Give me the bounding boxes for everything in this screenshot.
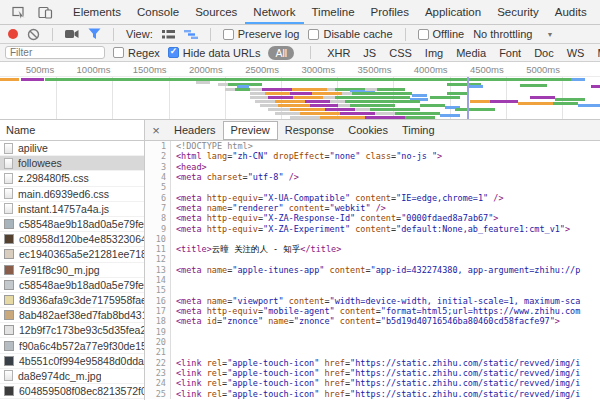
hide-data-urls-checkbox[interactable]: Hide data URLs — [168, 47, 261, 59]
filter-type-ws[interactable]: WS — [567, 47, 585, 59]
line-number: 3 — [145, 162, 171, 172]
regex-checkbox-box[interactable] — [113, 47, 124, 58]
request-list: apilivefolloweesz.298480f5.cssmain.d6939… — [0, 141, 144, 400]
document-icon — [4, 188, 13, 199]
code-line: 14 — [145, 275, 600, 285]
ruler-tick-label: 4000ms — [396, 64, 448, 75]
checkbox-box[interactable] — [308, 29, 319, 40]
tab-profiles[interactable]: Profiles — [363, 0, 417, 24]
preserve-log-checkbox[interactable]: Preserve log — [223, 28, 300, 40]
request-row[interactable]: f90a6c4b572a77e9f30de153... — [0, 338, 144, 353]
filter-type-all[interactable]: All — [268, 46, 294, 60]
request-bar — [370, 108, 420, 111]
request-bar — [447, 92, 469, 95]
requests-panel: Name apilivefolloweesz.298480f5.cssmain.… — [0, 120, 145, 400]
line-number: 20 — [145, 337, 171, 347]
request-row[interactable]: apilive — [0, 141, 144, 156]
record-icon[interactable] — [8, 29, 18, 39]
request-row[interactable]: 8ab482aef38ed7fab8bd4314... — [0, 308, 144, 323]
waterfall-overview[interactable] — [0, 77, 600, 120]
request-bar — [330, 100, 345, 103]
request-bar — [310, 104, 338, 107]
request-row[interactable]: followees — [0, 156, 144, 171]
request-bar — [470, 100, 490, 103]
request-row[interactable]: ec1940365a5e21281ee71856... — [0, 247, 144, 262]
disable-cache-checkbox[interactable]: Disable cache — [308, 28, 392, 40]
tab-network[interactable]: Network — [245, 0, 303, 24]
filter-type-media[interactable]: Media — [456, 47, 486, 59]
tab-timeline[interactable]: Timeline — [304, 0, 363, 24]
network-content: Name apilivefolloweesz.298480f5.cssmain.… — [0, 120, 600, 400]
dom-content-loaded-line — [467, 77, 469, 119]
line-number: 14 — [145, 275, 171, 285]
request-bar — [518, 102, 553, 105]
device-toolbar-button[interactable] — [32, 0, 59, 24]
filter-type-xhr[interactable]: XHR — [327, 47, 350, 59]
filter-input[interactable] — [5, 46, 105, 59]
filter-funnel-icon[interactable] — [88, 28, 101, 40]
code-line: 25<link rel="apple-touch-icon" href="htt… — [145, 389, 600, 399]
request-row[interactable]: z.298480f5.css — [0, 171, 144, 186]
checkbox-box[interactable] — [223, 29, 234, 40]
filter-type-img[interactable]: Img — [425, 47, 443, 59]
request-row[interactable]: 7e91f8c90_m.jpg — [0, 263, 144, 278]
tab-console[interactable]: Console — [129, 0, 187, 24]
request-row[interactable]: 4b551c0f994e95848d0dda09... — [0, 354, 144, 369]
line-content — [171, 285, 600, 295]
tab-audits[interactable]: Audits — [547, 0, 595, 24]
tab-security[interactable]: Security — [489, 0, 547, 24]
request-row[interactable]: instant.14757a4a.js — [0, 202, 144, 217]
filter-type-doc[interactable]: Doc — [534, 47, 554, 59]
list-view-icon[interactable] — [162, 29, 175, 40]
tab-sources[interactable]: Sources — [187, 0, 245, 24]
request-details-panel: × HeadersPreviewResponseCookiesTiming 1<… — [145, 120, 600, 400]
request-bar — [405, 116, 435, 119]
request-row[interactable]: 8d936afa9c3de7175958fae5... — [0, 293, 144, 308]
request-bar — [380, 96, 410, 99]
tab-elements[interactable]: Elements — [65, 0, 129, 24]
request-row[interactable]: c58548ae9b18ad0a5e79fe4e... — [0, 278, 144, 293]
details-tab-response[interactable]: Response — [278, 120, 342, 141]
request-row[interactable]: main.d6939ed6.css — [0, 187, 144, 202]
request-name: 12b9f7c173be93c5d35fea2d... — [19, 324, 144, 336]
request-bar — [365, 88, 377, 91]
details-tab-timing[interactable]: Timing — [395, 120, 442, 141]
image-icon — [4, 310, 14, 320]
filter-type-js[interactable]: JS — [363, 47, 376, 59]
line-content: <link rel="apple-touch-icon" href="https… — [171, 378, 600, 388]
offline-checkbox[interactable]: Offline — [418, 28, 465, 40]
filter-type-font[interactable]: Font — [499, 47, 521, 59]
request-row[interactable]: c58548ae9b18ad0a5e79fe4e... — [0, 217, 144, 232]
regex-checkbox[interactable]: Regex — [113, 47, 160, 59]
request-bar — [345, 100, 395, 103]
details-tab-headers[interactable]: Headers — [167, 120, 223, 141]
capture-screenshots-icon[interactable] — [65, 29, 79, 39]
request-name: instant.14757a4a.js — [18, 203, 109, 215]
filter-type-css[interactable]: CSS — [389, 47, 412, 59]
gridline — [56, 77, 57, 119]
name-column-header[interactable]: Name — [0, 120, 144, 141]
request-name: apilive — [18, 142, 48, 154]
code-line: 10 — [145, 234, 600, 244]
close-details-icon[interactable]: × — [145, 123, 167, 138]
request-row[interactable]: 12b9f7c173be93c5d35fea2d... — [0, 323, 144, 338]
request-row[interactable]: da8e974dc_m.jpg — [0, 369, 144, 384]
tab-adblock-plus[interactable]: Adblock Plus — [595, 0, 600, 24]
throttling-select[interactable]: No throttling — [473, 28, 553, 40]
tab-application[interactable]: Application — [417, 0, 489, 24]
waterfall-view-icon[interactable] — [184, 29, 198, 40]
clear-icon[interactable] — [27, 28, 40, 41]
request-row[interactable]: c08958d120be4e853230649... — [0, 232, 144, 247]
network-toolbar: View: Preserve log Disable cache Offline… — [0, 25, 600, 44]
inspect-element-button[interactable] — [6, 0, 32, 24]
checkbox-box[interactable] — [418, 29, 429, 40]
hide-data-urls-checkbox-box[interactable] — [168, 47, 179, 58]
request-row[interactable]: 604859508f08ec8213572f0e7... — [0, 384, 144, 399]
details-tab-cookies[interactable]: Cookies — [341, 120, 395, 141]
line-content: <title>云曈 关注的人 - 知乎</title> — [171, 244, 600, 254]
request-name: c58548ae9b18ad0a5e79fe4e... — [19, 218, 144, 230]
preview-source-view[interactable]: 1<!DOCTYPE html>2<html lang="zh-CN" drop… — [145, 141, 600, 400]
image-icon — [4, 265, 14, 275]
request-bar — [571, 78, 585, 81]
details-tab-preview[interactable]: Preview — [223, 121, 278, 140]
